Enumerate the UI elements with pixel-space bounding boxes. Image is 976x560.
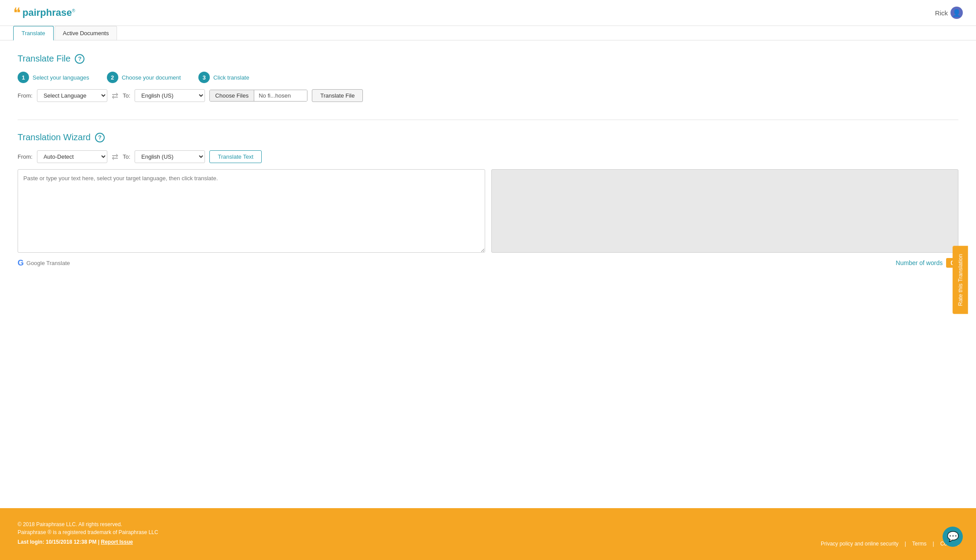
- footer-top: © 2018 Pairaphrase LLC. All rights reser…: [18, 521, 958, 547]
- step-2: 2 Choose your document: [107, 72, 181, 83]
- logo-reg: ®: [72, 8, 75, 13]
- tab-translate[interactable]: Translate: [13, 26, 54, 40]
- footer-copyright: © 2018 Pairaphrase LLC. All rights reser…: [18, 521, 158, 527]
- file-input-group: Choose Files No fi...hosen: [209, 90, 307, 102]
- translation-wizard-help-icon[interactable]: ?: [95, 133, 105, 142]
- translation-wizard-section: Translation Wizard ? From: Auto-Detect E…: [18, 132, 958, 268]
- translate-file-title: Translate File ?: [18, 54, 958, 64]
- report-issue-link[interactable]: Report Issue: [101, 539, 133, 545]
- main-content: Translate File ? 1 Select your languages…: [0, 40, 976, 508]
- step-3-label: Click translate: [213, 74, 249, 81]
- nav-tabs: Translate Active Documents: [0, 26, 976, 40]
- google-translate: G Google Translate: [18, 258, 70, 268]
- logo-text: pairphrase®: [22, 7, 75, 18]
- tab-active-documents[interactable]: Active Documents: [55, 26, 117, 40]
- step-1-num: 1: [18, 72, 29, 83]
- word-count-label: Number of words: [896, 259, 943, 266]
- steps-row: 1 Select your languages 2 Choose your do…: [18, 72, 958, 83]
- header: ❝ pairphrase® Rick 👤: [0, 0, 976, 26]
- to-language-select[interactable]: English (US) Spanish French German Chine…: [135, 89, 205, 102]
- step-2-label: Choose your document: [122, 74, 181, 81]
- footer-trademark: Pairaphrase ® is a registered trademark …: [18, 529, 158, 535]
- chat-icon: 💬: [947, 531, 959, 542]
- footer-left: © 2018 Pairaphrase LLC. All rights reser…: [18, 521, 158, 547]
- chat-button[interactable]: 💬: [943, 527, 963, 547]
- bottom-row: G Google Translate Number of words 0: [18, 258, 958, 268]
- step-3: 3 Click translate: [198, 72, 249, 83]
- from-language-select[interactable]: Select Language English (US) Spanish Fre…: [37, 89, 107, 102]
- translation-wizard-title: Translation Wizard ?: [18, 132, 958, 142]
- logo-pair: pair: [22, 7, 40, 18]
- to-label: To:: [123, 92, 130, 99]
- translate-file-section: Translate File ? 1 Select your languages…: [18, 54, 958, 102]
- wizard-from-label: From:: [18, 153, 33, 160]
- source-textarea[interactable]: [18, 169, 485, 253]
- choose-files-button[interactable]: Choose Files: [210, 90, 254, 101]
- translate-file-help-icon[interactable]: ?: [75, 54, 84, 64]
- word-count-row: Number of words 0: [896, 258, 958, 268]
- swap-languages-icon[interactable]: ⇄: [112, 91, 118, 101]
- step-3-num: 3: [198, 72, 210, 83]
- from-label: From:: [18, 92, 33, 99]
- privacy-policy-link[interactable]: Privacy policy and online security: [821, 541, 899, 547]
- user-name: Rick: [935, 9, 948, 17]
- step-1-label: Select your languages: [33, 74, 89, 81]
- text-areas-row: [18, 169, 958, 253]
- rate-translation-tab[interactable]: Rate this Translation: [953, 246, 968, 314]
- translate-text-button[interactable]: Translate Text: [209, 150, 262, 163]
- wizard-to-label: To:: [123, 153, 130, 160]
- section-divider: [18, 120, 958, 120]
- google-translate-text: Google Translate: [26, 260, 70, 266]
- wizard-to-select[interactable]: English (US) Spanish French German Chine…: [135, 150, 205, 163]
- logo-icon: ❝: [13, 4, 21, 21]
- user-area: Rick 👤: [935, 7, 963, 19]
- footer-last-login: Last login: 10/15/2018 12:38 PM | Report…: [18, 539, 158, 545]
- translation-wizard-title-text: Translation Wizard: [18, 132, 91, 142]
- wizard-form-row: From: Auto-Detect English (US) Spanish F…: [18, 150, 958, 163]
- target-textarea: [491, 169, 959, 253]
- last-login-value: 10/15/2018 12:38 PM: [46, 539, 96, 545]
- footer-right: Privacy policy and online security | Ter…: [821, 541, 958, 547]
- google-g-icon: G: [18, 258, 24, 268]
- user-icon[interactable]: 👤: [950, 7, 963, 19]
- footer-sep-1: |: [905, 541, 906, 547]
- step-2-num: 2: [107, 72, 118, 83]
- footer: © 2018 Pairaphrase LLC. All rights reser…: [0, 508, 976, 560]
- logo: ❝ pairphrase®: [13, 4, 75, 21]
- last-login-label: Last login:: [18, 539, 44, 545]
- terms-link[interactable]: Terms: [912, 541, 927, 547]
- wizard-swap-icon[interactable]: ⇄: [112, 152, 118, 162]
- footer-sep-2: |: [933, 541, 934, 547]
- translate-file-title-text: Translate File: [18, 54, 70, 64]
- translate-file-form-row: From: Select Language English (US) Spani…: [18, 89, 958, 102]
- logo-phrase: phrase: [40, 7, 72, 18]
- step-1: 1 Select your languages: [18, 72, 89, 83]
- wizard-from-select[interactable]: Auto-Detect English (US) Spanish French …: [37, 150, 107, 163]
- file-name-display: No fi...hosen: [254, 90, 307, 101]
- translate-file-button[interactable]: Translate File: [312, 89, 363, 102]
